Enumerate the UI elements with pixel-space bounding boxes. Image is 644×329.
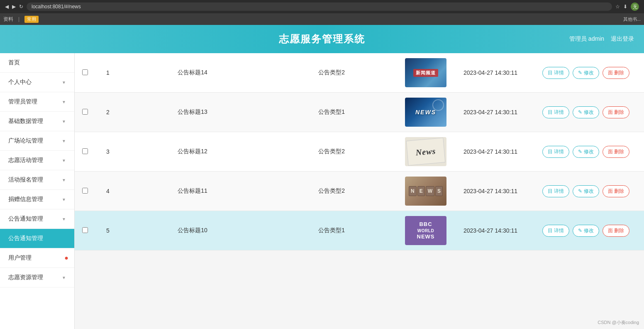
row-date-3: 2023-04-27 14:30:11	[453, 132, 528, 172]
sidebar-item-signup[interactable]: 活动报名管理 ▼	[0, 170, 74, 190]
table-row: 5 公告标题10 公告类型1 BBC WORLD NEWS 2023-04-27…	[75, 211, 644, 250]
edit-button-3[interactable]: ✎ 修改	[573, 146, 599, 158]
row-thumb-3: News	[398, 132, 453, 172]
sidebar-label-notice-active: 公告通知管理	[8, 235, 43, 242]
row-id-2: 2	[95, 93, 120, 132]
sidebar-item-notice-parent[interactable]: 公告通知管理 ▼	[0, 209, 74, 229]
app-title: 志愿服务管理系统	[279, 32, 365, 46]
sidebar-label-user: 用户管理	[8, 254, 32, 262]
content-area: 1 公告标题14 公告类型2 新闻频道 2023-04-27 14:30:11	[75, 53, 644, 329]
bookmark-changyong[interactable]: 常用	[24, 16, 39, 23]
edit-button-4[interactable]: ✎ 修改	[573, 185, 599, 197]
browser-reload-icon[interactable]: ↻	[19, 4, 23, 10]
chevron-down-icon: ▼	[62, 197, 66, 202]
main-layout: 首页 个人中心 ▼ 管理员管理 ▼ 基础数据管理 ▼ 广场论坛管理 ▼ 志愿活动…	[0, 53, 644, 329]
sidebar: 首页 个人中心 ▼ 管理员管理 ▼ 基础数据管理 ▼ 广场论坛管理 ▼ 志愿活动…	[0, 53, 75, 329]
row-checkbox-1[interactable]	[82, 69, 88, 75]
sidebar-label-signup: 活动报名管理	[8, 176, 43, 184]
sidebar-item-forum[interactable]: 广场论坛管理 ▼	[0, 131, 74, 151]
sidebar-item-activity[interactable]: 志愿活动管理 ▼	[0, 151, 74, 170]
sidebar-label-home: 首页	[8, 59, 20, 66]
row-title-5: 公告标题10	[120, 211, 265, 250]
action-group-2: 目 详情 ✎ 修改 面 删除	[534, 106, 637, 118]
browser-bar: ◀ ▶ ↻ localhost:8081/#/news ☆ ⬇ 无	[0, 0, 644, 13]
detail-button-5[interactable]: 目 详情	[542, 225, 569, 237]
row-type-5: 公告类型1	[265, 211, 398, 250]
sidebar-item-resource[interactable]: 志愿资源管理 ▼	[0, 268, 74, 287]
sidebar-item-personal[interactable]: 个人中心 ▼	[0, 73, 74, 92]
row-title-3: 公告标题12	[120, 132, 265, 172]
chevron-down-icon: ▼	[62, 100, 66, 104]
sidebar-item-donation[interactable]: 捐赠信息管理 ▼	[0, 190, 74, 209]
sidebar-item-basic-data[interactable]: 基础数据管理 ▼	[0, 112, 74, 131]
row-actions-2: 目 详情 ✎ 修改 面 删除	[528, 93, 644, 132]
row-title-4: 公告标题11	[120, 172, 265, 211]
sidebar-item-user[interactable]: 用户管理 ●	[0, 248, 74, 268]
announcements-table: 1 公告标题14 公告类型2 新闻频道 2023-04-27 14:30:11	[75, 53, 644, 250]
row-checkbox-2[interactable]	[82, 109, 88, 115]
browser-forward-icon[interactable]: ▶	[12, 4, 16, 10]
row-actions-5: 目 详情 ✎ 修改 面 删除	[528, 211, 644, 250]
edit-button-2[interactable]: ✎ 修改	[573, 106, 599, 118]
row-date-2: 2023-04-27 14:30:11	[453, 93, 528, 132]
sidebar-item-admin-mgmt[interactable]: 管理员管理 ▼	[0, 92, 74, 112]
detail-button-3[interactable]: 目 详情	[542, 146, 569, 158]
detail-button-2[interactable]: 目 详情	[542, 106, 569, 118]
table-row: 3 公告标题12 公告类型2 News 2023-04-27 14:30:11	[75, 132, 644, 172]
table-row: 1 公告标题14 公告类型2 新闻频道 2023-04-27 14:30:11	[75, 53, 644, 93]
sidebar-item-notice-active[interactable]: 公告通知管理	[0, 229, 74, 248]
browser-star-icon[interactable]: ☆	[615, 4, 620, 10]
table-row: 2 公告标题13 公告类型1 NEWS 2023-04-27 14:30:11	[75, 93, 644, 132]
action-group-3: 目 详情 ✎ 修改 面 删除	[534, 146, 637, 158]
detail-button-1[interactable]: 目 详情	[542, 67, 569, 79]
browser-account-icon[interactable]: 无	[631, 2, 639, 11]
row-actions-1: 目 详情 ✎ 修改 面 删除	[528, 53, 644, 93]
row-checkbox-3[interactable]	[82, 148, 88, 154]
chevron-down-icon: ▼	[62, 80, 66, 85]
sidebar-label-admin-mgmt: 管理员管理	[8, 98, 37, 106]
row-id-5: 5	[95, 211, 120, 250]
row-thumb-4: N E W S	[398, 172, 453, 211]
sidebar-label-donation: 捐赠信息管理	[8, 196, 43, 203]
chevron-down-icon: ▼	[62, 139, 66, 143]
edit-button-5[interactable]: ✎ 修改	[573, 225, 599, 237]
row-id-3: 3	[95, 132, 120, 172]
row-date-5: 2023-04-27 14:30:11	[453, 211, 528, 250]
row-thumb-1: 新闻频道	[398, 53, 453, 93]
header: 志愿服务管理系统 管理员 admin 退出登录	[0, 25, 644, 53]
row-type-1: 公告类型2	[265, 53, 398, 93]
action-group-4: 目 详情 ✎ 修改 面 删除	[534, 185, 637, 197]
detail-button-4[interactable]: 目 详情	[542, 185, 569, 197]
browser-download-icon[interactable]: ⬇	[623, 4, 627, 10]
table-row: 4 公告标题11 公告类型2 N E W S 2023-0	[75, 172, 644, 211]
browser-back-icon[interactable]: ◀	[5, 4, 9, 10]
row-checkbox-5[interactable]	[82, 227, 88, 233]
row-id-1: 1	[95, 53, 120, 93]
sidebar-label-resource: 志愿资源管理	[8, 274, 43, 281]
chevron-down-icon: ▼	[62, 217, 66, 221]
bookmark-extra[interactable]: 其他书...	[623, 16, 641, 22]
delete-button-5[interactable]: 面 删除	[603, 225, 629, 237]
row-id-4: 4	[95, 172, 120, 211]
chevron-down-icon: ▼	[62, 275, 66, 280]
row-date-1: 2023-04-27 14:30:11	[453, 53, 528, 93]
edit-button-1[interactable]: ✎ 修改	[573, 67, 599, 79]
delete-button-3[interactable]: 面 删除	[603, 146, 629, 158]
browser-url[interactable]: localhost:8081/#/news	[27, 2, 612, 11]
delete-button-2[interactable]: 面 删除	[603, 106, 629, 118]
row-type-4: 公告类型2	[265, 172, 398, 211]
watermark: CSDN @小奏coding	[598, 319, 639, 326]
delete-button-4[interactable]: 面 删除	[603, 185, 629, 197]
bookmark-ziliao[interactable]: 资料	[3, 16, 13, 23]
logout-button[interactable]: 退出登录	[611, 35, 634, 43]
sidebar-item-home[interactable]: 首页	[0, 53, 74, 73]
bookmarks-bar: 资料 | 常用 其他书...	[0, 13, 644, 25]
sidebar-label-forum: 广场论坛管理	[8, 137, 43, 145]
row-checkbox-4[interactable]	[82, 188, 88, 194]
row-actions-3: 目 详情 ✎ 修改 面 删除	[528, 132, 644, 172]
delete-button-1[interactable]: 面 删除	[603, 67, 629, 79]
app: 志愿服务管理系统 管理员 admin 退出登录 首页 个人中心 ▼ 管理员管理 …	[0, 25, 644, 329]
action-group-5: 目 详情 ✎ 修改 面 删除	[534, 225, 637, 237]
header-right: 管理员 admin 退出登录	[569, 35, 634, 43]
sidebar-label-personal: 个人中心	[8, 79, 32, 86]
